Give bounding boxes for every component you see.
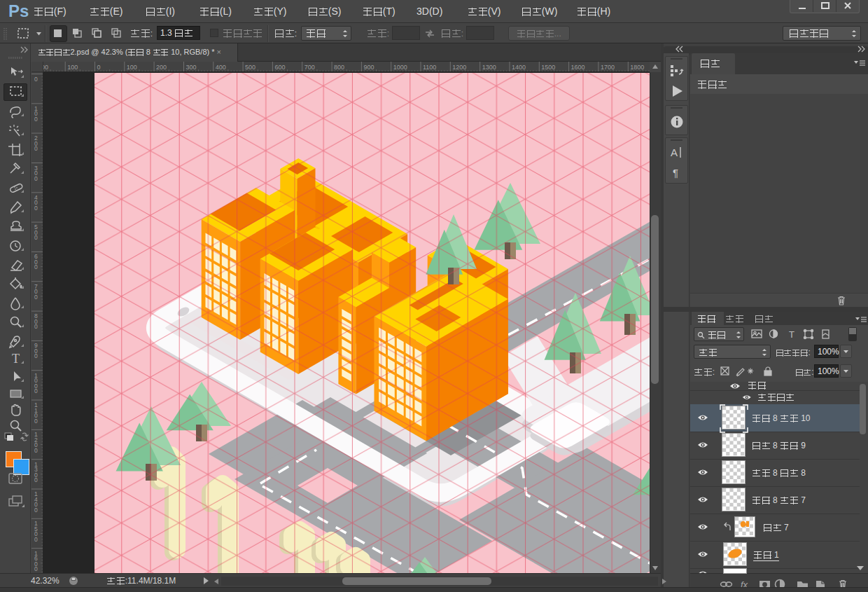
svg-text:0: 0 xyxy=(34,352,38,359)
svg-text:¶: ¶ xyxy=(673,167,678,179)
svg-text:900: 900 xyxy=(363,64,374,71)
svg-text:0: 0 xyxy=(97,64,101,71)
svg-text:0: 0 xyxy=(34,536,38,543)
svg-text:1600: 1600 xyxy=(571,64,585,71)
svg-text:1500: 1500 xyxy=(541,64,555,71)
svg-text:100: 100 xyxy=(67,64,78,71)
svg-text:1100: 1100 xyxy=(423,64,436,71)
svg-text:0: 0 xyxy=(34,387,38,394)
svg-text:A: A xyxy=(671,146,678,158)
svg-text:0: 0 xyxy=(34,263,38,270)
svg-text:1300: 1300 xyxy=(482,64,496,71)
svg-text:100: 100 xyxy=(127,64,137,71)
svg-text:1000: 1000 xyxy=(393,64,407,71)
svg-text:1200: 1200 xyxy=(452,64,466,71)
svg-text:0: 0 xyxy=(34,234,38,241)
svg-text:500: 500 xyxy=(245,64,255,71)
svg-text:1800: 1800 xyxy=(630,64,644,71)
svg-text:1400: 1400 xyxy=(512,64,526,71)
svg-text:0: 0 xyxy=(34,418,38,425)
svg-text:0: 0 xyxy=(34,507,38,514)
svg-text:800: 800 xyxy=(334,64,344,71)
svg-text:T: T xyxy=(12,352,20,366)
svg-text:1700: 1700 xyxy=(601,64,615,71)
svg-text:0: 0 xyxy=(34,476,38,483)
svg-text:0: 0 xyxy=(34,76,38,83)
svg-text:300: 300 xyxy=(186,64,197,71)
svg-text:200: 200 xyxy=(43,64,48,71)
svg-text:0: 0 xyxy=(34,175,38,182)
svg-text:0: 0 xyxy=(34,447,38,454)
svg-text:0: 0 xyxy=(34,116,38,123)
svg-text:0: 0 xyxy=(34,145,38,152)
svg-text:0: 0 xyxy=(34,205,38,212)
svg-text:0: 0 xyxy=(34,323,38,330)
svg-text:0: 0 xyxy=(34,294,38,301)
svg-text:T: T xyxy=(789,329,794,340)
svg-text:700: 700 xyxy=(304,64,315,71)
svg-text:400: 400 xyxy=(216,64,226,71)
svg-text:0: 0 xyxy=(34,565,38,572)
svg-text:200: 200 xyxy=(156,64,167,71)
svg-text:600: 600 xyxy=(274,64,285,71)
